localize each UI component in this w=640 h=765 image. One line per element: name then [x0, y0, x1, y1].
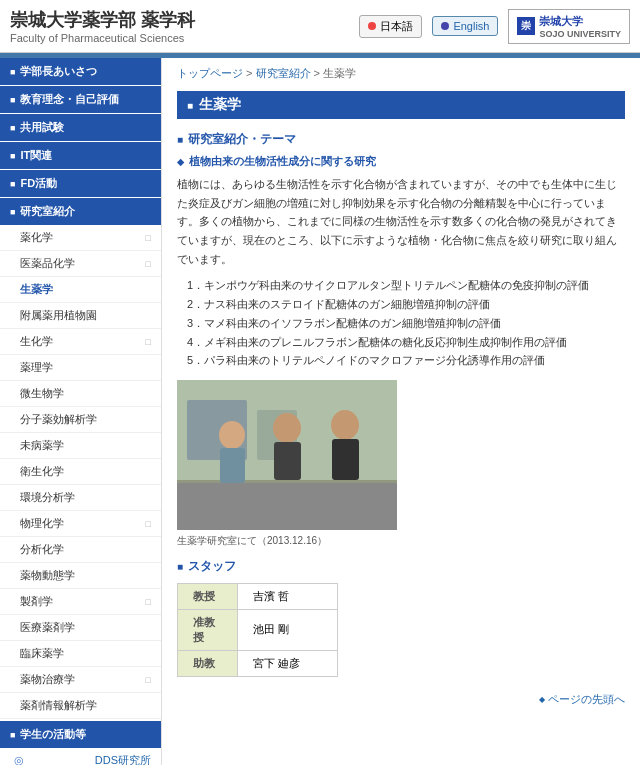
list-item: 4．メギ科由来のプレニルフラボン配糖体の糖化反応抑制生成抑制作用の評価: [187, 333, 625, 352]
table-row: 准教授 池田 剛: [178, 609, 338, 650]
breadcrumb-current: 生薬学: [323, 67, 356, 79]
lang-en-label: English: [453, 20, 489, 32]
sidebar-item-label: 教育理念・自己評価: [20, 92, 119, 107]
staff-name-1: 吉濱 哲: [238, 583, 338, 609]
sidebar-item-dds[interactable]: ◎ DDS研究所: [0, 748, 161, 765]
sidebar-sub-label: 未病薬学: [20, 438, 64, 453]
staff-name-2: 池田 剛: [238, 609, 338, 650]
logo-university-sub: SOJO UNIVERSITY: [539, 29, 621, 39]
sidebar-item-kyoyo[interactable]: 共用試験: [0, 114, 161, 141]
sidebar-item-kankyo[interactable]: 環境分析学: [0, 485, 161, 511]
sidebar-sub-label: 生薬学: [20, 282, 53, 297]
sidebar-item-butsuri[interactable]: 物理化学: [0, 511, 161, 537]
en-dot-icon: [441, 22, 449, 30]
sidebar-item-yakubutsuchiryo[interactable]: 薬物治療学: [0, 667, 161, 693]
sidebar-sub-label: 生化学: [20, 334, 53, 349]
sidebar-item-iryo[interactable]: 医療薬剤学: [0, 615, 161, 641]
sidebar-item-bunshi[interactable]: 分子薬効解析学: [0, 407, 161, 433]
section2-label: スタッフ: [188, 558, 236, 575]
page-title-bar: 生薬学: [177, 91, 625, 119]
lang-jp-button[interactable]: 日本語: [359, 15, 422, 38]
sidebar-sub-label: 臨床薬学: [20, 646, 64, 661]
list-item: 2．ナス科由来のステロイド配糖体のガン細胞増殖抑制の評価: [187, 295, 625, 314]
sidebar-item-mibyo[interactable]: 未病薬学: [0, 433, 161, 459]
svg-point-5: [219, 421, 245, 449]
staff-role-2: 准教授: [178, 609, 238, 650]
photo-area: 生薬学研究室にて（2013.12.16）: [177, 380, 625, 548]
staff-name-3: 宮下 廸彦: [238, 650, 338, 676]
breadcrumb: トップページ > 研究室紹介 > 生薬学: [177, 66, 625, 81]
svg-rect-6: [220, 448, 245, 483]
jp-dot-icon: [368, 22, 376, 30]
sidebar-item-gakubucho[interactable]: 学部長あいさつ: [0, 58, 161, 85]
photo-caption: 生薬学研究室にて（2013.12.16）: [177, 534, 625, 548]
logo-university-name: 崇城大学: [539, 14, 621, 29]
table-row: 教授 吉濱 哲: [178, 583, 338, 609]
research-item-3: マメ科由来のイソフラボン配糖体のガン細胞増殖抑制の評価: [204, 317, 501, 329]
page-top-link[interactable]: ページの先頭へ: [177, 692, 625, 707]
sidebar-sub-label: 分析化学: [20, 542, 64, 557]
sidebar-item-yakuri[interactable]: 薬理学: [0, 355, 161, 381]
research-item-1: キンポウゲ科由来のサイクロアルタン型トリテルペン配糖体の免疫抑制の評価: [204, 279, 589, 291]
sidebar-item-kyoiku[interactable]: 教育理念・自己評価: [0, 86, 161, 113]
sidebar-sub-label: 衛生化学: [20, 464, 64, 479]
section1-label: 研究室紹介・テーマ: [188, 131, 296, 148]
sidebar-item-fd[interactable]: FD活動: [0, 170, 161, 197]
sidebar-sub-label: 微生物学: [20, 386, 64, 401]
subsection1-label: 植物由来の生物活性成分に関する研究: [189, 154, 376, 169]
faculty-subtitle: Faculty of Pharmaceutical Sciences: [10, 32, 195, 44]
sidebar-sub-label: 物理化学: [20, 516, 64, 531]
lab-photo: [177, 380, 397, 530]
svg-rect-11: [177, 483, 397, 530]
page-top-label: ページの先頭へ: [548, 692, 625, 707]
sidebar-item-fuzoku[interactable]: 附属薬用植物園: [0, 303, 161, 329]
svg-point-7: [273, 413, 301, 443]
intro-text: 植物には、あらゆる生物活性を示す化合物が含まれていますが、その中でも生体中に生じ…: [177, 175, 625, 268]
sidebar-item-gakusei[interactable]: 学生の活動等: [0, 721, 161, 748]
university-logo: 崇 崇城大学 SOJO UNIVERSITY: [508, 9, 630, 44]
breadcrumb-level2[interactable]: 研究室紹介: [256, 67, 311, 79]
staff-role-3: 助教: [178, 650, 238, 676]
sidebar-sub-label: 分子薬効解析学: [20, 412, 97, 427]
university-title: 崇城大学薬学部 薬学科: [10, 8, 195, 32]
table-row: 助教 宮下 廸彦: [178, 650, 338, 676]
staff-table: 教授 吉濱 哲 准教授 池田 剛 助教 宮下 廸彦: [177, 583, 338, 677]
lang-en-button[interactable]: English: [432, 16, 498, 36]
sidebar-sub-label: 環境分析学: [20, 490, 75, 505]
sidebar-item-label: IT関連: [20, 148, 52, 163]
sidebar-item-it[interactable]: IT関連: [0, 142, 161, 169]
page-title: 生薬学: [199, 96, 241, 114]
sidebar-item-yakuzai-joho[interactable]: 薬剤情報解析学: [0, 693, 161, 719]
sidebar-item-iyakuhin[interactable]: 医薬品化学: [0, 251, 161, 277]
breadcrumb-home[interactable]: トップページ: [177, 67, 243, 79]
research-item-2: ナス科由来のステロイド配糖体のガン細胞増殖抑制の評価: [204, 298, 490, 310]
sidebar-item-shoyaku[interactable]: 生薬学: [0, 277, 161, 303]
svg-point-9: [331, 410, 359, 440]
sidebar-item-seizai[interactable]: 製剤学: [0, 589, 161, 615]
sidebar: 学部長あいさつ 教育理念・自己評価 共用試験 IT関連 FD活動 研究室紹介 薬…: [0, 58, 162, 765]
sidebar-item-kenkyushitsu[interactable]: 研究室紹介: [0, 198, 161, 225]
content-area: トップページ > 研究室紹介 > 生薬学 生薬学 研究室紹介・テーマ 植物由来の…: [162, 58, 640, 765]
sidebar-item-circle-icon: ◎: [14, 754, 24, 765]
sidebar-item-biseibutsu[interactable]: 微生物学: [0, 381, 161, 407]
sidebar-item-seikagaku[interactable]: 生化学: [0, 329, 161, 355]
list-item: 5．パラ科由来のトリテルペノイドのマクロファージ分化誘導作用の評価: [187, 351, 625, 370]
breadcrumb-sep1: >: [243, 67, 256, 79]
sidebar-sub-label: 医薬品化学: [20, 256, 75, 271]
sidebar-sub-label: 附属薬用植物園: [20, 308, 97, 323]
sidebar-sub-label: 薬理学: [20, 360, 53, 375]
section2-header: スタッフ: [177, 558, 625, 575]
header: 崇城大学薬学部 薬学科 Faculty of Pharmaceutical Sc…: [0, 0, 640, 53]
sidebar-item-rinsho[interactable]: 臨床薬学: [0, 641, 161, 667]
sidebar-item-eisei[interactable]: 衛生化学: [0, 459, 161, 485]
breadcrumb-sep2: >: [311, 67, 324, 79]
sidebar-item-yakukagaku[interactable]: 薬化学: [0, 225, 161, 251]
sidebar-sub-label: 薬化学: [20, 230, 53, 245]
sidebar-item-bunseki[interactable]: 分析化学: [0, 537, 161, 563]
main-layout: 学部長あいさつ 教育理念・自己評価 共用試験 IT関連 FD活動 研究室紹介 薬…: [0, 58, 640, 765]
subsection1-header: 植物由来の生物活性成分に関する研究: [177, 154, 625, 169]
logo-icon: 崇: [517, 17, 535, 35]
lang-jp-label: 日本語: [380, 19, 413, 34]
sidebar-sub-label: 薬剤情報解析学: [20, 698, 97, 713]
sidebar-item-yakubutsu[interactable]: 薬物動態学: [0, 563, 161, 589]
